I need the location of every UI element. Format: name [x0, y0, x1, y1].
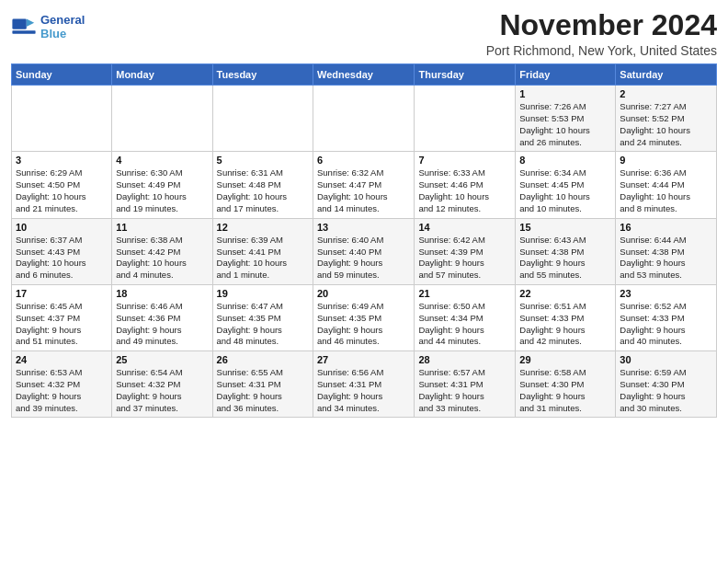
- day-number: 29: [519, 354, 611, 365]
- day-info: Sunrise: 6:58 AM Sunset: 4:30 PM Dayligh…: [519, 367, 611, 414]
- week-row: 24Sunrise: 6:53 AM Sunset: 4:32 PM Dayli…: [12, 351, 717, 418]
- day-number: 21: [418, 288, 511, 299]
- day-number: 24: [16, 354, 108, 365]
- day-info: Sunrise: 6:38 AM Sunset: 4:42 PM Dayligh…: [116, 235, 208, 282]
- day-cell: 16Sunrise: 6:44 AM Sunset: 4:38 PM Dayli…: [616, 218, 717, 284]
- dow-cell: Thursday: [415, 64, 516, 86]
- day-cell: 20Sunrise: 6:49 AM Sunset: 4:35 PM Dayli…: [313, 284, 415, 350]
- day-number: 25: [116, 354, 208, 365]
- day-cell: 8Sunrise: 6:34 AM Sunset: 4:45 PM Daylig…: [516, 152, 616, 218]
- day-number: 18: [116, 288, 208, 299]
- day-cell: [415, 86, 516, 152]
- day-number: 23: [620, 288, 712, 299]
- day-info: Sunrise: 6:56 AM Sunset: 4:31 PM Dayligh…: [317, 367, 410, 414]
- day-cell: 6Sunrise: 6:32 AM Sunset: 4:47 PM Daylig…: [313, 152, 415, 218]
- dow-cell: Friday: [516, 64, 616, 86]
- day-cell: 3Sunrise: 6:29 AM Sunset: 4:50 PM Daylig…: [12, 152, 112, 218]
- svg-rect-0: [12, 19, 26, 29]
- day-info: Sunrise: 6:47 AM Sunset: 4:35 PM Dayligh…: [217, 301, 309, 348]
- dow-cell: Saturday: [616, 64, 717, 86]
- day-cell: [112, 86, 212, 152]
- day-info: Sunrise: 6:55 AM Sunset: 4:31 PM Dayligh…: [217, 367, 309, 414]
- day-info: Sunrise: 6:54 AM Sunset: 4:32 PM Dayligh…: [116, 367, 208, 414]
- day-cell: 21Sunrise: 6:50 AM Sunset: 4:34 PM Dayli…: [415, 284, 516, 350]
- day-number: 20: [317, 288, 410, 299]
- day-number: 4: [116, 155, 208, 166]
- day-cell: 22Sunrise: 6:51 AM Sunset: 4:33 PM Dayli…: [516, 284, 616, 350]
- day-cell: 17Sunrise: 6:45 AM Sunset: 4:37 PM Dayli…: [12, 284, 112, 350]
- week-row: 3Sunrise: 6:29 AM Sunset: 4:50 PM Daylig…: [12, 152, 717, 218]
- day-cell: 7Sunrise: 6:33 AM Sunset: 4:46 PM Daylig…: [415, 152, 516, 218]
- week-row: 17Sunrise: 6:45 AM Sunset: 4:37 PM Dayli…: [12, 284, 717, 350]
- day-cell: 2Sunrise: 7:27 AM Sunset: 5:52 PM Daylig…: [616, 86, 717, 152]
- day-number: 6: [317, 155, 410, 166]
- day-number: 13: [317, 222, 410, 233]
- day-info: Sunrise: 6:39 AM Sunset: 4:41 PM Dayligh…: [217, 235, 309, 282]
- dow-cell: Wednesday: [313, 64, 415, 86]
- day-info: Sunrise: 6:59 AM Sunset: 4:30 PM Dayligh…: [620, 367, 712, 414]
- day-number: 5: [217, 155, 309, 166]
- location-title: Port Richmond, New York, United States: [486, 43, 717, 58]
- day-number: 12: [217, 222, 309, 233]
- day-info: Sunrise: 6:36 AM Sunset: 4:44 PM Dayligh…: [620, 167, 712, 214]
- dow-cell: Tuesday: [212, 64, 313, 86]
- day-cell: 25Sunrise: 6:54 AM Sunset: 4:32 PM Dayli…: [112, 351, 212, 418]
- logo: General Blue: [11, 13, 85, 40]
- day-info: Sunrise: 6:46 AM Sunset: 4:36 PM Dayligh…: [116, 301, 208, 348]
- day-number: 17: [16, 288, 108, 299]
- title-area: November 2024 Port Richmond, New York, U…: [486, 9, 717, 58]
- day-cell: 19Sunrise: 6:47 AM Sunset: 4:35 PM Dayli…: [212, 284, 313, 350]
- day-info: Sunrise: 6:31 AM Sunset: 4:48 PM Dayligh…: [217, 167, 309, 214]
- svg-rect-2: [12, 30, 35, 34]
- day-cell: 27Sunrise: 6:56 AM Sunset: 4:31 PM Dayli…: [313, 351, 415, 418]
- day-number: 11: [116, 222, 208, 233]
- day-cell: 28Sunrise: 6:57 AM Sunset: 4:31 PM Dayli…: [415, 351, 516, 418]
- header-area: General Blue November 2024 Port Richmond…: [11, 9, 717, 58]
- day-info: Sunrise: 6:43 AM Sunset: 4:38 PM Dayligh…: [519, 235, 611, 282]
- day-info: Sunrise: 6:53 AM Sunset: 4:32 PM Dayligh…: [16, 367, 108, 414]
- day-cell: 10Sunrise: 6:37 AM Sunset: 4:43 PM Dayli…: [12, 218, 112, 284]
- day-info: Sunrise: 6:52 AM Sunset: 4:33 PM Dayligh…: [620, 301, 712, 348]
- day-number: 19: [217, 288, 309, 299]
- day-cell: 18Sunrise: 6:46 AM Sunset: 4:36 PM Dayli…: [112, 284, 212, 350]
- day-cell: 13Sunrise: 6:40 AM Sunset: 4:40 PM Dayli…: [313, 218, 415, 284]
- page: General Blue November 2024 Port Richmond…: [0, 0, 728, 563]
- day-info: Sunrise: 6:40 AM Sunset: 4:40 PM Dayligh…: [317, 235, 410, 282]
- day-cell: [313, 86, 415, 152]
- day-info: Sunrise: 6:51 AM Sunset: 4:33 PM Dayligh…: [519, 301, 611, 348]
- day-info: Sunrise: 6:32 AM Sunset: 4:47 PM Dayligh…: [317, 167, 410, 214]
- svg-marker-1: [27, 19, 34, 27]
- month-title: November 2024: [486, 9, 717, 41]
- day-info: Sunrise: 6:37 AM Sunset: 4:43 PM Dayligh…: [16, 235, 108, 282]
- day-info: Sunrise: 6:45 AM Sunset: 4:37 PM Dayligh…: [16, 301, 108, 348]
- day-info: Sunrise: 6:33 AM Sunset: 4:46 PM Dayligh…: [418, 167, 511, 214]
- day-number: 27: [317, 354, 410, 365]
- day-info: Sunrise: 7:26 AM Sunset: 5:53 PM Dayligh…: [519, 101, 611, 148]
- logo-text: General Blue: [40, 13, 85, 40]
- day-number: 1: [519, 88, 611, 99]
- day-number: 15: [519, 222, 611, 233]
- day-info: Sunrise: 6:30 AM Sunset: 4:49 PM Dayligh…: [116, 167, 208, 214]
- day-info: Sunrise: 6:50 AM Sunset: 4:34 PM Dayligh…: [418, 301, 511, 348]
- day-cell: 26Sunrise: 6:55 AM Sunset: 4:31 PM Dayli…: [212, 351, 313, 418]
- dow-cell: Monday: [112, 64, 212, 86]
- day-info: Sunrise: 6:44 AM Sunset: 4:38 PM Dayligh…: [620, 235, 712, 282]
- day-number: 7: [418, 155, 511, 166]
- day-number: 14: [418, 222, 511, 233]
- day-cell: [12, 86, 112, 152]
- day-cell: [212, 86, 313, 152]
- day-info: Sunrise: 6:29 AM Sunset: 4:50 PM Dayligh…: [16, 167, 108, 214]
- day-cell: 24Sunrise: 6:53 AM Sunset: 4:32 PM Dayli…: [12, 351, 112, 418]
- day-cell: 30Sunrise: 6:59 AM Sunset: 4:30 PM Dayli…: [616, 351, 717, 418]
- day-number: 22: [519, 288, 611, 299]
- day-info: Sunrise: 6:34 AM Sunset: 4:45 PM Dayligh…: [519, 167, 611, 214]
- week-row: 1Sunrise: 7:26 AM Sunset: 5:53 PM Daylig…: [12, 86, 717, 152]
- day-cell: 11Sunrise: 6:38 AM Sunset: 4:42 PM Dayli…: [112, 218, 212, 284]
- day-cell: 12Sunrise: 6:39 AM Sunset: 4:41 PM Dayli…: [212, 218, 313, 284]
- day-number: 26: [217, 354, 309, 365]
- day-cell: 29Sunrise: 6:58 AM Sunset: 4:30 PM Dayli…: [516, 351, 616, 418]
- day-info: Sunrise: 7:27 AM Sunset: 5:52 PM Dayligh…: [620, 101, 712, 148]
- day-of-week-header: SundayMondayTuesdayWednesdayThursdayFrid…: [12, 64, 717, 86]
- calendar-table: SundayMondayTuesdayWednesdayThursdayFrid…: [11, 63, 717, 418]
- day-cell: 4Sunrise: 6:30 AM Sunset: 4:49 PM Daylig…: [112, 152, 212, 218]
